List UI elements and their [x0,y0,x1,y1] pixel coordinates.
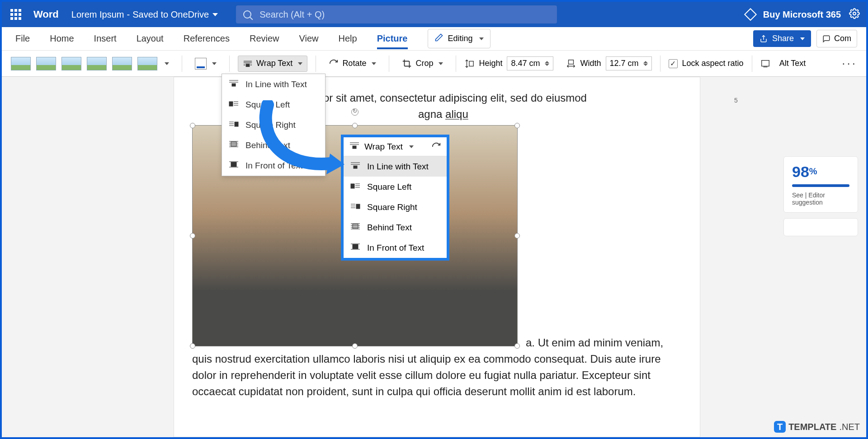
document-name[interactable]: Lorem Ipsum [71,9,124,20]
resize-handle[interactable] [190,233,195,238]
height-label: Height [479,59,502,68]
search-placeholder: Search (Alt + Q) [259,9,325,20]
resize-handle[interactable] [352,343,358,349]
chevron-down-icon [409,145,414,148]
editing-mode-button[interactable]: Editing [428,29,491,48]
resize-handle[interactable] [514,233,520,238]
wrap-front-icon [228,160,239,171]
share-button[interactable]: Share [753,30,811,47]
wrap-text-floating-callout: Wrap Text In Line with Text Square Left … [341,135,449,261]
rotate-handle[interactable] [351,108,359,116]
tab-view[interactable]: View [299,28,319,49]
saved-location-dropdown[interactable]: Saved to OneDrive [132,9,218,20]
app-name: Word [33,9,59,20]
style-thumb[interactable] [61,57,81,70]
style-thumb[interactable] [36,57,56,70]
option-label: In Line with Text [367,162,429,172]
svg-rect-30 [231,162,236,167]
comments-button[interactable]: Com [816,30,857,47]
chevron-down-icon [298,62,302,65]
border-color-icon [195,58,207,70]
watermark-text-b: .NET [839,422,860,432]
style-thumb[interactable] [112,57,132,70]
share-icon [760,35,768,43]
resize-handle[interactable] [514,123,520,128]
spinner-icon[interactable] [545,61,549,66]
chevron-down-icon[interactable] [165,62,169,65]
separator [752,56,752,72]
tab-picture[interactable]: Picture [377,28,408,49]
picture-styles-gallery[interactable] [11,57,169,70]
chevron-down-icon [212,13,218,16]
chevron-down-icon [439,62,443,65]
callout-option-front[interactable]: In Front of Text [344,238,447,258]
watermark-text-a: TEMPLATE [788,422,836,432]
wrap-inline-icon [350,161,361,172]
lock-aspect-checkbox[interactable] [669,59,678,68]
style-thumb[interactable] [11,57,31,70]
tab-layout[interactable]: Layout [137,28,164,49]
editor-subtext: See | Editor suggestion [792,191,849,206]
svg-marker-53 [326,154,344,174]
tab-review[interactable]: Review [250,28,279,49]
wrap-text-button[interactable]: Wrap Text [238,56,307,72]
width-input[interactable]: 12.7 cm [606,56,652,70]
more-options-icon[interactable]: ··· [842,56,857,70]
alt-text-button[interactable]: Alt Text [775,56,811,71]
callout-option-behind[interactable]: Behind Text [344,217,447,238]
option-label: Square Right [367,202,417,212]
rotate-label: Rotate [342,59,366,68]
editor-panel-item[interactable] [783,218,858,236]
resize-handle[interactable] [352,123,358,128]
editor-score-box[interactable]: 98% See | Editor suggestion [783,156,858,213]
editor-progress-bar [792,184,849,187]
callout-option-square-left[interactable]: Square Left [344,177,447,197]
callout-option-square-right[interactable]: Square Right [344,197,447,217]
option-label: Behind Text [367,223,412,233]
style-thumb[interactable] [87,57,107,70]
wrap-option-inline[interactable]: In Line with Text [222,74,325,94]
wrap-behind-icon [228,140,239,151]
chevron-down-icon [479,37,484,40]
rotate-icon[interactable] [431,142,441,152]
svg-rect-15 [229,102,233,106]
settings-icon[interactable] [849,8,860,21]
editor-panel: 98% See | Editor suggestion [783,156,858,236]
svg-rect-19 [235,122,238,126]
crop-button[interactable]: Crop [397,56,448,71]
chevron-down-icon [372,62,376,65]
svg-rect-10 [761,60,769,66]
resize-handle[interactable] [190,123,195,128]
buy-365-link[interactable]: Buy Microsoft 365 [763,9,841,20]
picture-border-button[interactable] [190,55,221,72]
wrap-text-label: Wrap Text [256,59,292,68]
wrap-inline-icon [228,79,239,90]
search-box[interactable]: Search (Alt + Q) [236,5,557,23]
style-thumb[interactable] [137,57,157,70]
resize-handle[interactable] [190,343,195,349]
callout-header[interactable]: Wrap Text [344,137,447,156]
rotate-button[interactable]: Rotate [324,56,381,71]
app-launcher-icon[interactable] [6,5,25,24]
callout-option-inline[interactable]: In Line with Text [344,156,447,177]
separator [456,56,456,72]
lock-aspect-label: Lock aspect ratio [682,59,744,68]
width-icon [566,59,576,69]
resize-handle[interactable] [514,343,520,349]
height-input[interactable]: 8.47 cm [507,56,553,70]
tab-insert[interactable]: Insert [94,28,117,49]
svg-rect-36 [354,166,357,168]
search-icon [243,10,251,19]
separator [229,56,230,72]
height-icon [464,59,474,69]
tab-help[interactable]: Help [339,28,357,49]
wrap-square-left-icon [350,181,361,192]
tab-file[interactable]: File [15,28,30,49]
comments-label: Com [834,34,851,43]
spinner-icon[interactable] [643,61,648,66]
svg-rect-3 [246,64,249,66]
wrap-text-icon [349,141,360,152]
tab-references[interactable]: References [184,28,230,49]
svg-rect-45 [353,224,358,229]
tab-home[interactable]: Home [50,28,74,49]
